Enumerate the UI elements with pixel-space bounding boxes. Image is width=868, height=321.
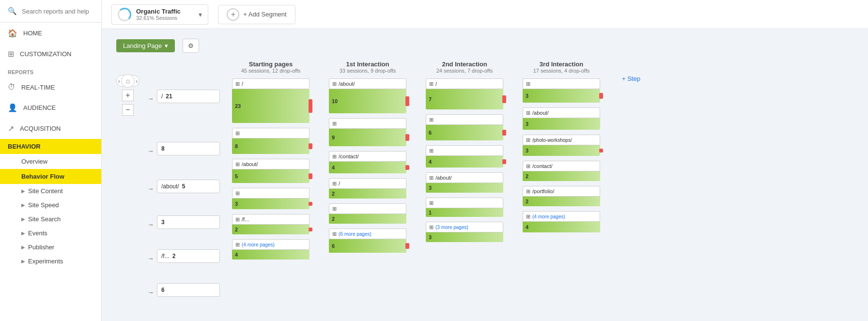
int1-node-0[interactable]: ⊞ /about/ 10 [329,78,406,113]
page-icon: ⊞ [235,161,240,168]
add-segment-button[interactable]: + + Add Segment [218,5,295,24]
int1-node-1[interactable]: ⊞ 9 [329,118,406,146]
zoom-in-button[interactable]: + [122,90,134,101]
customization-label: CUSTOMIZATION [20,50,71,58]
drop-off-indicator [405,134,409,141]
add-step-button[interactable]: + Step [622,75,640,82]
search-input[interactable] [22,8,93,15]
int3-node-5[interactable]: ⊞ (4 more pages) 4 [523,211,600,232]
customization-icon: ⊞ [8,49,14,59]
starting-pages-title: Starting pages [241,61,301,68]
segment-pct: 32.61% Sessions [136,15,181,21]
sidebar-item-overview[interactable]: Overview [0,154,101,169]
int1-node-2[interactable]: ⊞ /contact/ 4 [329,151,406,173]
int1-node-4[interactable]: ⊞ 2 [329,203,406,224]
page-icon: ⊞ [429,117,434,123]
entry-node-box-4[interactable]: /f... 2 [157,249,220,263]
int2-node-2[interactable]: ⊞ 4 [426,145,503,168]
entry-node-box-5[interactable]: 6 [157,283,220,297]
int2-node-4[interactable]: ⊞ 1 [426,198,503,217]
page-icon: ⊞ [332,206,337,212]
sidebar-item-audience[interactable]: 👤 AUDIENCE [0,97,101,118]
int1-node-5[interactable]: ⊞ (6 more pages) 6 [329,229,406,253]
starting-node-5[interactable]: ⊞ (4 more pages) 4 [232,239,310,260]
page-icon: ⊞ [526,163,530,169]
interaction3-stats: 17 sessions, 4 drop-offs [533,68,590,74]
search-bar[interactable]: 🔍 [0,0,101,23]
sidebar-item-events[interactable]: ▶ Events [0,226,101,240]
sidebar-item-realtime[interactable]: ⏱ REAL-TIME [0,77,101,97]
int3-node-1[interactable]: ⊞ /about/ 3 [523,107,600,130]
sidebar-item-site-search[interactable]: ▶ Site Search [0,212,101,226]
int3-node-2[interactable]: ⊞ /photo-workshops/ 3 [523,135,600,156]
expand-icon: ▶ [21,216,25,222]
entry-arrow-icon: → [147,95,154,103]
page-icon: ⊞ [235,216,240,223]
home-nav-icon[interactable]: ⌂ [121,74,135,88]
segment-dropdown-arrow[interactable]: ▾ [199,11,202,18]
starting-pages-header: Starting pages 45 sessions, 12 drop-offs [241,61,301,74]
entry-node-box-0[interactable]: / 21 [157,90,220,103]
sidebar-item-behavior-flow[interactable]: Behavior Flow [0,169,101,184]
sidebar-item-publisher[interactable]: ▶ Publisher [0,240,101,254]
sidebar-item-acquisition[interactable]: ↗ ACQUISITION [0,118,101,139]
segment-chip-organic[interactable]: Organic Traffic 32.61% Sessions ▾ [111,4,208,25]
drop-off-indicator [309,143,312,150]
interaction1-stats: 33 sessions, 9 drop-offs [340,68,396,74]
navigation-controls: ‹ ⌂ › + − [116,75,140,116]
sidebar-item-behavior[interactable]: BEHAVIOR [0,139,101,154]
entry-node-2: → /about/ 5 [147,180,220,198]
home-label: HOME [23,30,42,37]
interaction3-header: 3rd Interaction 17 sessions, 4 drop-offs [533,61,590,74]
int2-node-1[interactable]: ⊞ 6 [426,114,503,140]
int3-node-4[interactable]: ⊞ /portfolio/ 2 [523,186,600,206]
page-icon: ⊞ [332,153,337,160]
expand-icon: ▶ [21,188,25,194]
interaction1-header: 1st Interaction 33 sessions, 9 drop-offs [340,61,396,74]
entry-column: → / 21 → 8 → /about/ 5 → 3 [147,90,220,302]
page-icon: ⊞ [235,81,240,87]
starting-node-4[interactable]: ⊞ /f... 2 [232,214,310,234]
sidebar-item-home[interactable]: 🏠 HOME [0,23,101,44]
entry-arrow-icon: → [147,185,154,193]
interaction1-title: 1st Interaction [340,61,396,68]
entry-node-0: → / 21 [147,90,220,108]
sidebar-item-customization[interactable]: ⊞ CUSTOMIZATION [0,44,101,64]
experiments-label: Experiments [28,258,63,265]
starting-node-1[interactable]: ⊞ 8 [232,128,310,154]
entry-node-box-2[interactable]: /about/ 5 [157,180,220,193]
landing-page-label: Landing Page [123,42,162,49]
starting-node-3[interactable]: ⊞ 3 [232,188,310,209]
pan-control[interactable]: ‹ ⌂ › [116,75,140,87]
sidebar-item-experiments[interactable]: ▶ Experiments [0,254,101,268]
site-speed-label: Site Speed [28,201,59,209]
entry-node-box-1[interactable]: 8 [157,142,220,155]
int2-node-5[interactable]: ⊞ (3 more pages) 3 [426,222,503,242]
entry-node-box-3[interactable]: 3 [157,215,220,229]
page-icon: ⊞ [526,137,530,143]
drop-off-indicator [405,243,409,248]
starting-node-2[interactable]: ⊞ /about/ 5 [232,159,310,183]
int2-node-0[interactable]: ⊞ / 7 [426,78,503,109]
int3-node-0[interactable]: ⊞ 3 [523,78,600,103]
entry-arrow-icon: → [147,255,154,262]
landing-page-button[interactable]: Landing Page ▾ [116,39,175,52]
sidebar-item-site-content[interactable]: ▶ Site Content [0,184,101,198]
gear-icon: ⚙ [188,42,194,49]
page-icon: ⊞ [429,224,434,230]
page-icon: ⊞ [235,190,240,197]
int2-node-3[interactable]: ⊞ /about/ 3 [426,172,503,193]
drop-off-indicator [309,228,312,231]
int1-node-3[interactable]: ⊞ / 2 [329,178,406,199]
gear-button[interactable]: ⚙ [183,39,199,53]
page-icon: ⊞ [235,130,240,137]
entry-node-5: → 6 [147,283,220,302]
drop-off-indicator [502,95,506,104]
expand-icon: ▶ [21,245,25,250]
int3-node-3[interactable]: ⊞ /contact/ 2 [523,161,600,181]
sidebar-item-site-speed[interactable]: ▶ Site Speed [0,198,101,212]
zoom-out-button[interactable]: − [122,104,134,116]
starting-node-0[interactable]: ⊞ / 23 [232,78,310,123]
flow-diagram: ‹ ⌂ › + − → / 21 → 8 [116,61,853,302]
events-label: Events [28,229,47,237]
